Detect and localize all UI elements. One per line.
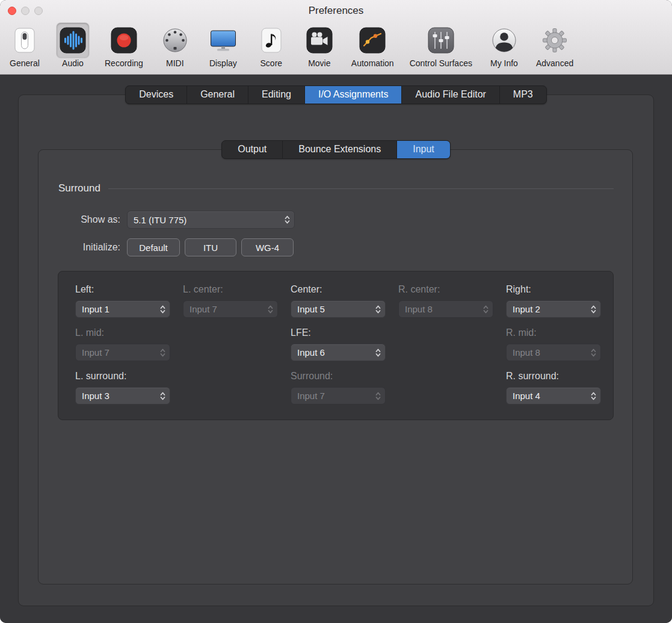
channel-cell-l-surround: L. surround: Input 3 bbox=[75, 371, 170, 404]
channel-cell-r-surround: R. surround: Input 4 bbox=[506, 371, 601, 404]
l-mid-input-select: Input 7 bbox=[75, 344, 170, 361]
initialize-wg4-button[interactable]: WG-4 bbox=[241, 238, 294, 256]
minimize-button[interactable] bbox=[21, 7, 29, 15]
show-as-row: Show as: 5.1 (ITU 775) bbox=[67, 211, 632, 229]
channel-cell-l-center: L. center: Input 7 bbox=[183, 284, 278, 318]
left-input-select[interactable]: Input 1 bbox=[75, 300, 170, 318]
tab-editing[interactable]: Editing bbox=[248, 86, 305, 104]
toolbar-label: Advanced bbox=[536, 58, 573, 68]
empty-cell bbox=[398, 327, 493, 361]
toolbar-item-recording[interactable]: Recording bbox=[105, 23, 143, 68]
io-sub-tabs: Output Bounce Extensions Input bbox=[221, 140, 451, 159]
input-panel: Surround Show as: 5.1 (ITU 775) bbox=[38, 149, 633, 584]
channel-label: Surround: bbox=[291, 371, 386, 382]
channel-label: R. mid: bbox=[506, 327, 601, 339]
toolbar-label: My Info bbox=[490, 58, 518, 68]
display-icon bbox=[207, 23, 239, 58]
titlebar: Preferences bbox=[0, 0, 672, 22]
l-center-input-select: Input 7 bbox=[183, 300, 278, 318]
updown-chevrons-icon bbox=[375, 305, 381, 314]
updown-chevrons-icon bbox=[285, 215, 290, 225]
surround-section-title: Surround bbox=[58, 182, 100, 194]
audio-pref-tabs: Devices General Editing I/O Assignments … bbox=[125, 85, 547, 104]
channel-label: Right: bbox=[506, 284, 601, 296]
tab-mp3[interactable]: MP3 bbox=[500, 86, 546, 104]
movie-icon bbox=[303, 23, 336, 58]
toolbar-label: Score bbox=[260, 58, 283, 68]
close-button[interactable] bbox=[8, 7, 16, 15]
toolbar-label: Control Surfaces bbox=[410, 58, 472, 68]
updown-chevrons-icon bbox=[375, 348, 381, 358]
toolbar-label: Movie bbox=[308, 58, 330, 68]
toolbar-label: General bbox=[10, 58, 40, 68]
toolbar-item-my-info[interactable]: My Info bbox=[488, 23, 520, 68]
channel-assignment-panel: Left: Input 1 L. center: Input 7 bbox=[58, 271, 614, 420]
empty-cell bbox=[183, 371, 278, 404]
subtab-output[interactable]: Output bbox=[222, 141, 283, 158]
toolbar-item-movie[interactable]: Movie bbox=[303, 23, 336, 68]
tab-devices[interactable]: Devices bbox=[126, 86, 187, 104]
tab-io-assignments[interactable]: I/O Assignments bbox=[305, 86, 402, 104]
preferences-window: Preferences General bbox=[0, 0, 672, 623]
advanced-icon bbox=[538, 23, 571, 58]
right-input-select[interactable]: Input 2 bbox=[506, 300, 601, 318]
updown-chevrons-icon bbox=[483, 305, 489, 314]
updown-chevrons-icon bbox=[591, 348, 596, 358]
channel-cell-surround: Surround: Input 7 bbox=[291, 371, 386, 404]
updown-chevrons-icon bbox=[160, 391, 165, 401]
lfe-input-select[interactable]: Input 6 bbox=[291, 344, 386, 361]
show-as-label: Show as: bbox=[67, 214, 120, 225]
channel-label: Left: bbox=[75, 284, 170, 296]
l-surround-input-select[interactable]: Input 3 bbox=[75, 387, 170, 404]
initialize-default-button[interactable]: Default bbox=[127, 238, 180, 256]
channel-label: L. center: bbox=[183, 284, 278, 296]
control-surfaces-icon bbox=[425, 23, 457, 58]
empty-cell bbox=[398, 371, 493, 404]
channel-label: L. surround: bbox=[75, 371, 170, 382]
surround-section-header: Surround bbox=[58, 182, 614, 194]
toolbar-item-automation[interactable]: Automation bbox=[351, 23, 394, 68]
channel-cell-r-center: R. center: Input 8 bbox=[398, 284, 493, 318]
initialize-row: Initialize: Default ITU WG-4 bbox=[67, 238, 632, 256]
channel-cell-center: Center: Input 5 bbox=[291, 284, 386, 318]
toolbar-item-midi[interactable]: MIDI bbox=[159, 23, 191, 68]
preferences-toolbar: General bbox=[0, 22, 672, 68]
toolbar-item-score[interactable]: Score bbox=[255, 23, 288, 68]
channel-label: L. mid: bbox=[75, 327, 170, 339]
subtab-bounce-extensions[interactable]: Bounce Extensions bbox=[283, 141, 397, 158]
tab-general[interactable]: General bbox=[187, 86, 248, 104]
initialize-label: Initialize: bbox=[67, 242, 120, 253]
recording-icon bbox=[108, 23, 140, 58]
updown-chevrons-icon bbox=[375, 391, 381, 401]
subtab-input[interactable]: Input bbox=[397, 141, 450, 158]
r-surround-input-select[interactable]: Input 4 bbox=[506, 387, 601, 404]
center-input-select[interactable]: Input 5 bbox=[291, 300, 386, 318]
window-title: Preferences bbox=[309, 5, 364, 17]
empty-cell bbox=[183, 327, 278, 361]
channel-cell-right: Right: Input 2 bbox=[506, 284, 601, 318]
channel-cell-l-mid: L. mid: Input 7 bbox=[75, 327, 170, 361]
surround-input-select: Input 7 bbox=[291, 387, 386, 404]
updown-chevrons-icon bbox=[160, 348, 165, 358]
r-center-input-select: Input 8 bbox=[398, 300, 493, 318]
updown-chevrons-icon bbox=[591, 391, 596, 401]
r-mid-input-select: Input 8 bbox=[506, 344, 601, 361]
toolbar-item-general[interactable]: General bbox=[8, 23, 41, 68]
toolbar-label: Recording bbox=[105, 58, 143, 68]
toolbar-item-display[interactable]: Display bbox=[207, 23, 239, 68]
updown-chevrons-icon bbox=[268, 305, 273, 314]
show-as-value: 5.1 (ITU 775) bbox=[134, 215, 186, 225]
section-divider bbox=[108, 188, 614, 189]
score-icon bbox=[255, 23, 288, 58]
toolbar-item-advanced[interactable]: Advanced bbox=[536, 23, 573, 68]
show-as-select[interactable]: 5.1 (ITU 775) bbox=[127, 211, 295, 229]
toolbar-label: Audio bbox=[62, 58, 84, 68]
initialize-itu-button[interactable]: ITU bbox=[185, 238, 236, 256]
toolbar-item-control-surfaces[interactable]: Control Surfaces bbox=[410, 23, 472, 68]
toolbar-label: MIDI bbox=[166, 58, 184, 68]
tab-audio-file-editor[interactable]: Audio File Editor bbox=[402, 86, 499, 104]
audio-icon bbox=[57, 23, 89, 58]
channel-cell-r-mid: R. mid: Input 8 bbox=[506, 327, 601, 361]
toolbar-item-audio[interactable]: Audio bbox=[57, 23, 89, 68]
zoom-button[interactable] bbox=[34, 7, 43, 15]
